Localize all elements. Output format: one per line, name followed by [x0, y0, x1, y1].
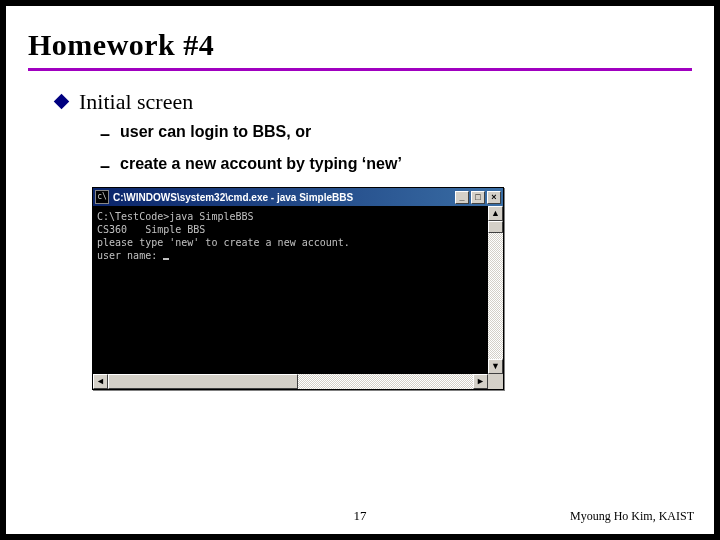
- console-line: C:\TestCode>java SimpleBBS: [97, 211, 254, 222]
- horizontal-scroll-thumb[interactable]: [108, 374, 298, 389]
- diamond-bullet-icon: [54, 94, 70, 110]
- sub-bullet-item: – create a new account by typing ‘new’: [100, 155, 692, 177]
- cmd-icon: c\: [95, 190, 109, 204]
- bullet-text: Initial screen: [79, 89, 193, 115]
- dash-icon: –: [100, 123, 110, 145]
- scroll-right-button[interactable]: ►: [473, 374, 488, 389]
- scroll-left-button[interactable]: ◄: [93, 374, 108, 389]
- minimize-button[interactable]: _: [455, 191, 469, 204]
- console-line: CS360 Simple BBS: [97, 224, 205, 235]
- sub-bullet-text: user can login to BBS, or: [120, 123, 311, 141]
- scrollbar-corner: [488, 374, 503, 389]
- sub-bullet-item: – user can login to BBS, or: [100, 123, 692, 145]
- console-line: user name:: [97, 250, 163, 261]
- horizontal-scroll-track[interactable]: [108, 374, 473, 389]
- slide: Homework #4 Initial screen – user can lo…: [6, 6, 714, 534]
- console-left-pane: C:\TestCode>java SimpleBBS CS360 Simple …: [93, 206, 488, 374]
- scroll-down-button[interactable]: ▼: [488, 359, 503, 374]
- console-output: C:\TestCode>java SimpleBBS CS360 Simple …: [93, 206, 488, 374]
- title-underline: [28, 68, 692, 71]
- text-cursor: [163, 258, 169, 260]
- vertical-scroll-thumb[interactable]: [488, 221, 503, 233]
- sub-bullet-text: create a new account by typing ‘new’: [120, 155, 402, 173]
- window-titlebar: c\ C:\WINDOWS\system32\cmd.exe - java Si…: [93, 188, 503, 206]
- console-window: c\ C:\WINDOWS\system32\cmd.exe - java Si…: [92, 187, 504, 390]
- vertical-scrollbar[interactable]: ▲ ▼: [488, 206, 503, 374]
- slide-title: Homework #4: [28, 28, 692, 62]
- bullet-item: Initial screen: [56, 89, 692, 115]
- footer-author: Myoung Ho Kim, KAIST: [570, 509, 694, 524]
- window-title: C:\WINDOWS\system32\cmd.exe - java Simpl…: [113, 192, 453, 203]
- horizontal-scrollbar[interactable]: ◄ ►: [93, 374, 503, 389]
- dash-icon: –: [100, 155, 110, 177]
- vertical-scroll-track[interactable]: [488, 221, 503, 359]
- console-client-area: C:\TestCode>java SimpleBBS CS360 Simple …: [93, 206, 503, 374]
- console-line: please type 'new' to create a new accoun…: [97, 237, 350, 248]
- close-button[interactable]: ×: [487, 191, 501, 204]
- maximize-button[interactable]: □: [471, 191, 485, 204]
- scroll-up-button[interactable]: ▲: [488, 206, 503, 221]
